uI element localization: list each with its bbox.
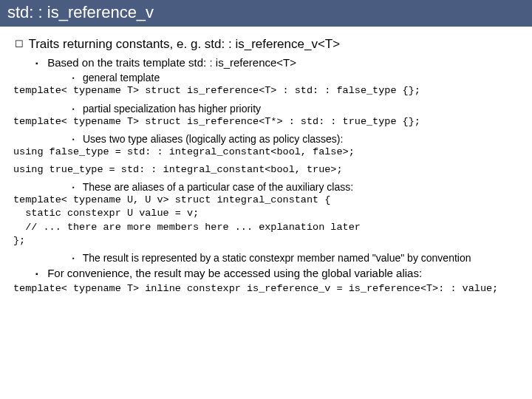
level3-text: The result is represented by a static co…	[83, 252, 471, 264]
bullet-level2: ▪ Based on the traits template std: : is…	[13, 56, 519, 69]
code-block: template< typename T> inline constexpr i…	[13, 282, 519, 296]
dot-icon: ▪	[72, 255, 80, 262]
code-block: template< typename T> struct is_referenc…	[13, 115, 519, 129]
bullet-level3: ▪ The result is represented by a static …	[13, 252, 519, 264]
square-icon: ▪	[35, 59, 44, 67]
dot-icon: ▪	[72, 184, 80, 191]
level3-text: partial specialization has higher priori…	[83, 103, 261, 115]
level2-text: For convenience, the result may be acces…	[47, 267, 422, 279]
bullet-level1: ☐ Traits returning constants, e. g. std:…	[13, 37, 519, 52]
level3-text: general template	[83, 72, 160, 83]
section-integral-constant: ▪ These are aliases of a particular case…	[13, 181, 519, 248]
section-general-template: ▪ general template template< typename T>…	[13, 72, 519, 98]
level3-text: These are aliases of a particular case o…	[83, 181, 354, 193]
dot-icon: ▪	[72, 136, 80, 143]
slide-title-bar: std: : is_reference_v	[0, 0, 532, 27]
bullet-level3: ▪ partial specialization has higher prio…	[13, 103, 519, 115]
level1-text: Traits returning constants, e. g. std: :…	[28, 37, 340, 51]
level3-text: Uses two type aliases (logically acting …	[83, 133, 343, 145]
bullet-level3: ▪ general template	[13, 72, 519, 83]
code-block: template< typename T> struct is_referenc…	[13, 84, 519, 98]
code-block: using false_type = std: : integral_const…	[13, 146, 519, 159]
code-block: template< typename U, U v> struct integr…	[13, 194, 519, 248]
dot-icon: ▪	[72, 75, 80, 81]
square-icon: ▪	[35, 270, 44, 278]
bullet-level2: ▪ For convenience, the result may be acc…	[13, 267, 519, 279]
dot-icon: ▪	[72, 106, 80, 112]
bullet-level3: ▪ Uses two type aliases (logically actin…	[13, 133, 519, 145]
square-bullet-icon: ☐	[15, 38, 25, 50]
bullet-level3: ▪ These are aliases of a particular case…	[13, 181, 519, 193]
section-partial-specialization: ▪ partial specialization has higher prio…	[13, 103, 519, 129]
section-type-aliases: ▪ Uses two type aliases (logically actin…	[13, 133, 519, 159]
level2-text: Based on the traits template std: : is_r…	[47, 56, 296, 69]
slide-title: std: : is_reference_v	[7, 3, 154, 21]
section-true-type: using true_type = std: : integral_consta…	[13, 163, 519, 177]
code-block: using true_type = std: : integral_consta…	[13, 163, 519, 177]
slide-content: ☐ Traits returning constants, e. g. std:…	[0, 27, 532, 296]
